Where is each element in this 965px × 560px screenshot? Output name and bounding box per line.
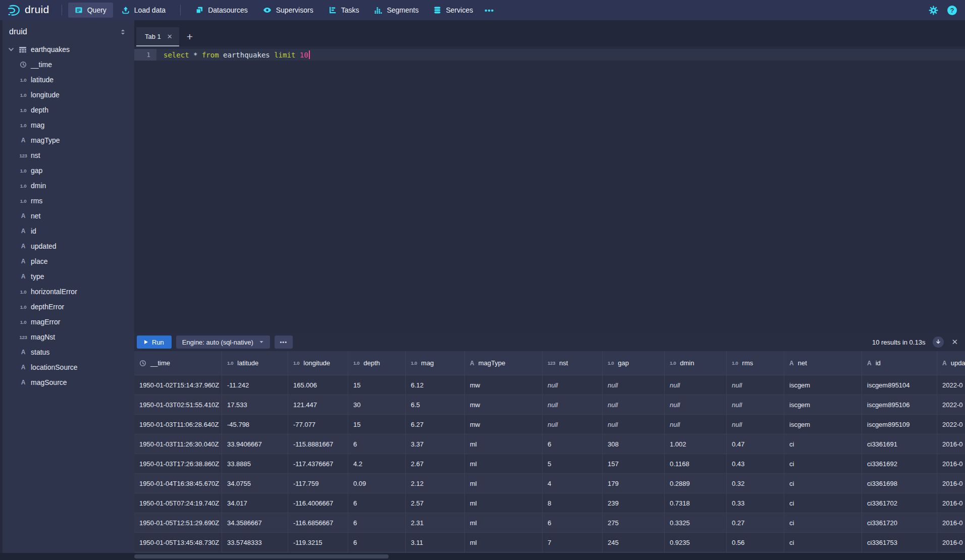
table-cell-id[interactable]: iscgem895109 xyxy=(862,415,937,434)
table-cell-mag[interactable]: 6.5 xyxy=(406,395,465,414)
table-cell-gap[interactable]: null xyxy=(603,395,665,414)
settings-gear-icon[interactable] xyxy=(929,6,938,15)
table-cell-net[interactable]: ci xyxy=(784,493,862,513)
table-cell-net[interactable]: ci xyxy=(784,474,862,493)
table-cell-latitude[interactable]: 33.5748333 xyxy=(222,533,288,552)
table-cell-dmin[interactable]: 0.3325 xyxy=(665,513,727,532)
table-cell-updated[interactable]: 2016-0 xyxy=(937,513,965,532)
nav-item-datasources[interactable]: Datasources xyxy=(189,3,254,18)
table-cell-rms[interactable]: 0.27 xyxy=(727,513,784,532)
table-cell-updated[interactable]: 2016-0 xyxy=(937,533,965,552)
table-cell-net[interactable]: iscgem xyxy=(784,375,862,395)
run-button[interactable]: Run xyxy=(137,335,172,349)
table-cell-mag[interactable]: 3.11 xyxy=(406,533,465,552)
double-caret-icon[interactable] xyxy=(119,28,127,36)
table-cell-depth[interactable]: 0.09 xyxy=(348,474,406,493)
sidebar-column-depth[interactable]: 1.0depth xyxy=(3,102,134,118)
column-header-nst[interactable]: 123nst xyxy=(543,351,603,375)
table-cell-rms[interactable]: null xyxy=(727,415,784,434)
table-cell-updated[interactable]: 2016-0 xyxy=(937,454,965,473)
sidebar-column-__time[interactable]: __time xyxy=(3,57,134,72)
table-cell-longitude[interactable]: -77.077 xyxy=(288,415,348,434)
table-cell-dmin[interactable]: 0.7318 xyxy=(665,493,727,513)
table-cell-latitude[interactable]: 34.3586667 xyxy=(222,513,288,532)
sidebar-column-status[interactable]: Astatus xyxy=(3,345,134,360)
chevron-down-icon[interactable] xyxy=(8,46,15,53)
column-header-mag[interactable]: 1.0mag xyxy=(406,351,465,375)
table-cell-longitude[interactable]: -117.4376667 xyxy=(288,454,348,473)
nav-item-segments[interactable]: Segments xyxy=(367,3,425,18)
table-cell-dmin[interactable]: 0.9235 xyxy=(665,533,727,552)
scrollbar-thumb[interactable] xyxy=(134,554,389,558)
sql-code-line[interactable]: select * from earthquakes limit 10 xyxy=(156,49,965,61)
table-cell-longitude[interactable]: -115.8881667 xyxy=(288,434,348,454)
table-cell-rms[interactable]: 0.32 xyxy=(727,474,784,493)
column-header-dmin[interactable]: 1.0dmin xyxy=(665,351,727,375)
column-header-gap[interactable]: 1.0gap xyxy=(603,351,665,375)
table-cell-net[interactable]: ci xyxy=(784,454,862,473)
table-cell-gap[interactable]: null xyxy=(603,415,665,434)
table-cell-nst[interactable]: 6 xyxy=(543,513,603,532)
table-cell-__time[interactable]: 1950-01-04T16:38:45.670Z xyxy=(134,474,222,493)
table-cell-gap[interactable]: 245 xyxy=(603,533,665,552)
column-header-__time[interactable]: __time xyxy=(134,351,222,375)
table-cell-__time[interactable]: 1950-01-02T15:14:37.960Z xyxy=(134,375,222,395)
table-cell-__time[interactable]: 1950-01-05T12:51:29.690Z xyxy=(134,513,222,532)
sidebar-column-dmin[interactable]: 1.0dmin xyxy=(3,178,134,193)
table-cell-updated[interactable]: 2022-0 xyxy=(937,395,965,414)
column-header-latitude[interactable]: 1.0latitude xyxy=(222,351,288,375)
table-cell-nst[interactable]: 6 xyxy=(543,434,603,454)
sidebar-column-depthError[interactable]: 1.0depthError xyxy=(3,299,134,314)
table-cell-id[interactable]: ci3361691 xyxy=(862,434,937,454)
download-results-icon[interactable] xyxy=(933,337,944,348)
table-cell-depth[interactable]: 6 xyxy=(348,513,406,532)
table-cell-id[interactable]: iscgem895106 xyxy=(862,395,937,414)
table-cell-nst[interactable]: 8 xyxy=(543,493,603,513)
table-cell-net[interactable]: ci xyxy=(784,513,862,532)
table-cell-latitude[interactable]: 34.017 xyxy=(222,493,288,513)
druid-logo-icon[interactable] xyxy=(7,4,21,17)
table-cell-gap[interactable]: 179 xyxy=(603,474,665,493)
table-cell-longitude[interactable]: -116.4006667 xyxy=(288,493,348,513)
table-cell-longitude[interactable]: 165.006 xyxy=(288,375,348,395)
table-cell-mag[interactable]: 6.12 xyxy=(406,375,465,395)
table-cell-rms[interactable]: 0.43 xyxy=(727,454,784,473)
table-cell-rms[interactable]: null xyxy=(727,375,784,395)
sidebar-column-id[interactable]: Aid xyxy=(3,223,134,239)
table-cell-depth[interactable]: 6 xyxy=(348,533,406,552)
table-cell-latitude[interactable]: 17.533 xyxy=(222,395,288,414)
table-cell-magType[interactable]: mw xyxy=(465,395,543,414)
sidebar-column-horizontalError[interactable]: 1.0horizontalError xyxy=(3,284,134,299)
table-cell-depth[interactable]: 15 xyxy=(348,415,406,434)
table-cell-nst[interactable]: 4 xyxy=(543,474,603,493)
table-cell-__time[interactable]: 1950-01-05T13:45:48.730Z xyxy=(134,533,222,552)
table-cell-updated[interactable]: 2016-0 xyxy=(937,474,965,493)
table-cell-dmin[interactable]: null xyxy=(665,395,727,414)
table-cell-__time[interactable]: 1950-01-03T17:26:38.860Z xyxy=(134,454,222,473)
sidebar-column-magSource[interactable]: AmagSource xyxy=(3,375,134,390)
table-cell-depth[interactable]: 4.2 xyxy=(348,454,406,473)
table-cell-latitude[interactable]: 33.8885 xyxy=(222,454,288,473)
sql-editor[interactable]: 1 select * from earthquakes limit 10 xyxy=(134,46,965,333)
table-cell-updated[interactable]: 2022-0 xyxy=(937,415,965,434)
close-results-icon[interactable]: ✕ xyxy=(951,338,958,347)
column-header-updated[interactable]: Aupdated xyxy=(937,351,965,375)
table-cell-updated[interactable]: 2016-0 xyxy=(937,434,965,454)
table-cell-depth[interactable]: 6 xyxy=(348,434,406,454)
table-cell-dmin[interactable]: 0.2889 xyxy=(665,474,727,493)
table-cell-mag[interactable]: 2.57 xyxy=(406,493,465,513)
sidebar-column-rms[interactable]: 1.0rms xyxy=(3,193,134,208)
table-cell-updated[interactable]: 2016-0 xyxy=(937,493,965,513)
table-cell-nst[interactable]: 5 xyxy=(543,454,603,473)
query-more-button[interactable]: ••• xyxy=(275,335,293,349)
table-cell-gap[interactable]: null xyxy=(603,375,665,395)
table-cell-updated[interactable]: 2022-0 xyxy=(937,375,965,395)
nav-item-load-data[interactable]: Load data xyxy=(115,3,172,18)
table-cell-magType[interactable]: ml xyxy=(465,454,543,473)
table-cell-longitude[interactable]: -119.3215 xyxy=(288,533,348,552)
table-cell-longitude[interactable]: -116.6856667 xyxy=(288,513,348,532)
navbar-more-icon[interactable]: ••• xyxy=(479,3,499,18)
column-header-rms[interactable]: 1.0rms xyxy=(727,351,784,375)
sidebar-column-place[interactable]: Aplace xyxy=(3,254,134,269)
table-cell-longitude[interactable]: -117.759 xyxy=(288,474,348,493)
